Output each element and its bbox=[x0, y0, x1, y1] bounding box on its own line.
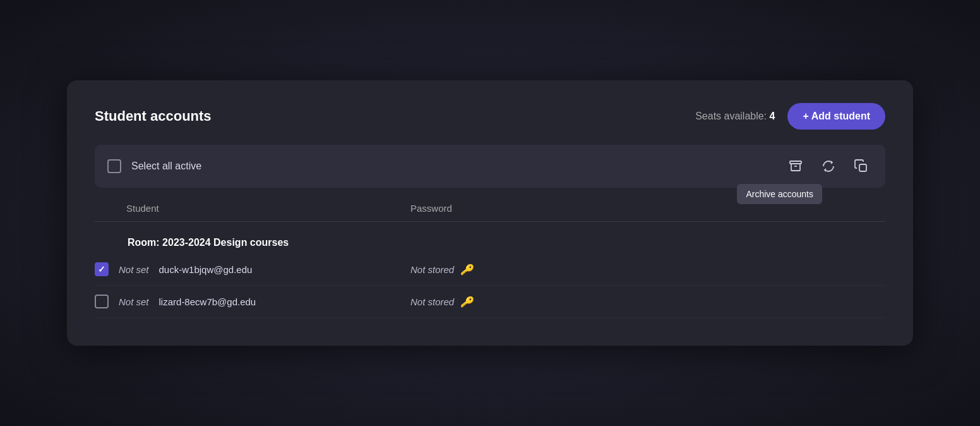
background: Student accounts Seats available: 4 + Ad… bbox=[0, 0, 980, 426]
archive-tooltip: Archive accounts bbox=[737, 184, 822, 204]
student-checkbox-2[interactable] bbox=[95, 295, 109, 308]
svg-rect-0 bbox=[790, 161, 801, 164]
student-row-left-2: Not set lizard-8ecw7b@gd.edu bbox=[95, 295, 410, 308]
password-status-2: Not stored bbox=[410, 296, 454, 307]
student-password-1: Not stored 🔑 bbox=[410, 264, 473, 276]
column-header-password: Password bbox=[410, 203, 885, 214]
column-header-student: Student bbox=[95, 203, 410, 214]
svg-rect-1 bbox=[859, 164, 866, 171]
archive-icon bbox=[788, 159, 803, 174]
archive-button[interactable] bbox=[784, 155, 807, 178]
table-row: Not set duck-w1bjqw@gd.edu Not stored 🔑 bbox=[95, 253, 885, 286]
header-right: Seats available: 4 + Add student bbox=[695, 103, 885, 130]
table-row: Not set lizard-8ecw7b@gd.edu Not stored … bbox=[95, 286, 885, 318]
copy-icon bbox=[854, 159, 869, 174]
copy-button[interactable] bbox=[850, 155, 873, 178]
select-all-checkbox[interactable] bbox=[107, 159, 121, 173]
panel-header: Student accounts Seats available: 4 + Ad… bbox=[95, 103, 885, 130]
student-checkbox-1[interactable] bbox=[95, 262, 109, 276]
room-heading: Room: 2023-2024 Design courses bbox=[95, 227, 885, 253]
student-email-1: duck-w1bjqw@gd.edu bbox=[159, 264, 253, 275]
recycle-icon bbox=[821, 159, 836, 174]
student-accounts-panel: Student accounts Seats available: 4 + Ad… bbox=[67, 80, 913, 346]
select-all-bar: Select all active bbox=[95, 145, 885, 188]
student-email-2: lizard-8ecw7b@gd.edu bbox=[159, 296, 256, 307]
seats-count: 4 bbox=[770, 111, 775, 121]
panel-title: Student accounts bbox=[95, 108, 212, 125]
student-name-1: Not set bbox=[119, 264, 149, 275]
table-header: Student Password bbox=[95, 203, 885, 222]
restore-button[interactable] bbox=[817, 155, 840, 178]
password-status-1: Not stored bbox=[410, 264, 454, 275]
action-icons: Archive accounts bbox=[784, 155, 873, 178]
add-student-button[interactable]: + Add student bbox=[787, 103, 885, 130]
student-row-left-1: Not set duck-w1bjqw@gd.edu bbox=[95, 262, 410, 276]
select-all-left: Select all active bbox=[107, 159, 201, 173]
password-icon-2[interactable]: 🔑 bbox=[460, 296, 473, 308]
student-name-2: Not set bbox=[119, 296, 149, 307]
student-password-2: Not stored 🔑 bbox=[410, 296, 473, 308]
seats-label: Seats available: 4 bbox=[695, 111, 775, 122]
password-icon-1[interactable]: 🔑 bbox=[460, 264, 473, 276]
select-all-label: Select all active bbox=[131, 161, 201, 172]
